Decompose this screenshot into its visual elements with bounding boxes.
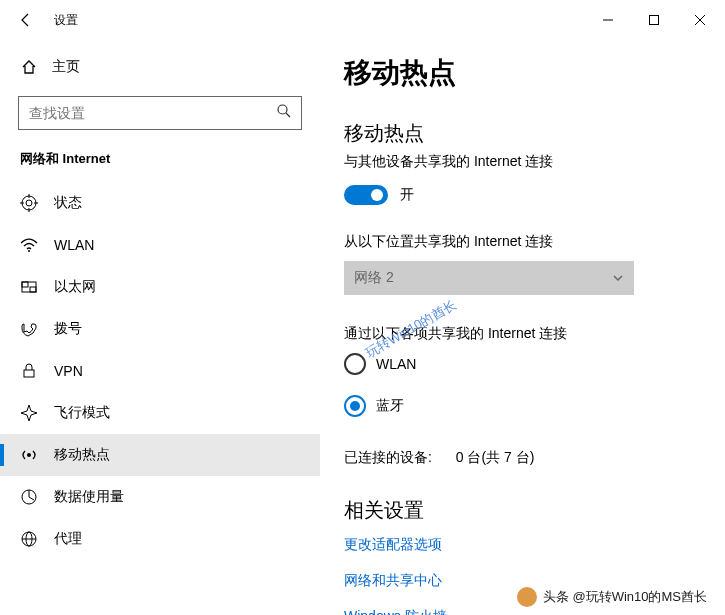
- home-label: 主页: [52, 58, 80, 76]
- radio-wlan[interactable]: WLAN: [344, 353, 701, 375]
- dropdown-value: 网络 2: [354, 269, 394, 287]
- proxy-icon: [20, 530, 38, 548]
- radio-bluetooth[interactable]: 蓝牙: [344, 395, 701, 417]
- minimize-icon: [603, 15, 613, 25]
- vpn-icon: [20, 362, 38, 380]
- window-title: 设置: [54, 12, 78, 29]
- wifi-icon: [20, 236, 38, 254]
- search-input[interactable]: [18, 96, 302, 130]
- svg-line-3: [286, 113, 290, 117]
- radio-label: 蓝牙: [376, 397, 404, 415]
- nav-wlan[interactable]: WLAN: [0, 224, 320, 266]
- hotspot-toggle[interactable]: [344, 185, 388, 205]
- svg-point-10: [28, 250, 30, 252]
- hotspot-desc: 与其他设备共享我的 Internet 连接: [344, 153, 701, 171]
- data-icon: [20, 488, 38, 506]
- hotspot-icon: [20, 446, 38, 464]
- svg-rect-12: [22, 282, 28, 287]
- credit-text: 头条 @玩转Win10的MS酋长: [543, 588, 707, 606]
- toggle-label: 开: [400, 186, 414, 204]
- search-wrap: [18, 96, 302, 130]
- nav-proxy[interactable]: 代理: [0, 518, 320, 560]
- nav-label: VPN: [54, 363, 83, 379]
- svg-rect-14: [24, 370, 34, 377]
- close-icon: [695, 15, 705, 25]
- nav-label: 数据使用量: [54, 488, 124, 506]
- arrow-left-icon: [18, 12, 34, 28]
- page-title: 移动热点: [344, 54, 701, 92]
- link-adapter-options[interactable]: 更改适配器选项: [344, 536, 701, 554]
- nav-ethernet[interactable]: 以太网: [0, 266, 320, 308]
- nav-label: 拨号: [54, 320, 82, 338]
- nav-label: 移动热点: [54, 446, 110, 464]
- radio-input: [344, 353, 366, 375]
- nav-label: 飞行模式: [54, 404, 110, 422]
- nav-dialup[interactable]: 拨号: [0, 308, 320, 350]
- back-button[interactable]: [16, 10, 36, 30]
- nav-label: WLAN: [54, 237, 94, 253]
- svg-point-15: [27, 453, 31, 457]
- radio-label: WLAN: [376, 356, 416, 372]
- nav-datausage[interactable]: 数据使用量: [0, 476, 320, 518]
- nav-hotspot[interactable]: 移动热点: [0, 434, 320, 476]
- close-button[interactable]: [677, 4, 723, 36]
- radio-input: [344, 395, 366, 417]
- nav-vpn[interactable]: VPN: [0, 350, 320, 392]
- nav-status[interactable]: 状态: [0, 182, 320, 224]
- share-via-label: 通过以下各项共享我的 Internet 连接: [344, 325, 701, 343]
- connected-value: 0 台(共 7 台): [456, 449, 535, 465]
- share-from-label: 从以下位置共享我的 Internet 连接: [344, 233, 701, 251]
- search-icon: [276, 103, 292, 123]
- connected-label: 已连接的设备:: [344, 449, 432, 465]
- connected-devices: 已连接的设备: 0 台(共 7 台): [344, 449, 701, 467]
- status-icon: [20, 194, 38, 212]
- share-from-dropdown[interactable]: 网络 2: [344, 261, 634, 295]
- svg-point-4: [22, 196, 36, 210]
- related-heading: 相关设置: [344, 497, 701, 524]
- maximize-button[interactable]: [631, 4, 677, 36]
- dialup-icon: [20, 320, 38, 338]
- nav-label: 以太网: [54, 278, 96, 296]
- airplane-icon: [20, 404, 38, 422]
- svg-point-5: [26, 200, 32, 206]
- category-heading: 网络和 Internet: [0, 150, 320, 182]
- link-firewall[interactable]: Windows 防火墙: [344, 608, 701, 615]
- ethernet-icon: [20, 278, 38, 296]
- minimize-button[interactable]: [585, 4, 631, 36]
- nav-label: 状态: [54, 194, 82, 212]
- home-link[interactable]: 主页: [0, 50, 320, 84]
- hotspot-heading: 移动热点: [344, 120, 701, 147]
- nav-airplane[interactable]: 飞行模式: [0, 392, 320, 434]
- content: 移动热点 移动热点 与其他设备共享我的 Internet 连接 开 从以下位置共…: [320, 40, 725, 615]
- titlebar: 设置: [0, 0, 725, 40]
- footer-credit: 头条 @玩转Win10的MS酋长: [517, 587, 707, 607]
- chevron-down-icon: [612, 272, 624, 284]
- home-icon: [20, 58, 38, 76]
- avatar-icon: [517, 587, 537, 607]
- svg-rect-1: [650, 16, 659, 25]
- svg-point-2: [278, 105, 287, 114]
- sidebar: 主页 网络和 Internet 状态 WLAN 以太网 拨号 VPN: [0, 40, 320, 615]
- nav-label: 代理: [54, 530, 82, 548]
- maximize-icon: [649, 15, 659, 25]
- svg-rect-13: [30, 287, 36, 292]
